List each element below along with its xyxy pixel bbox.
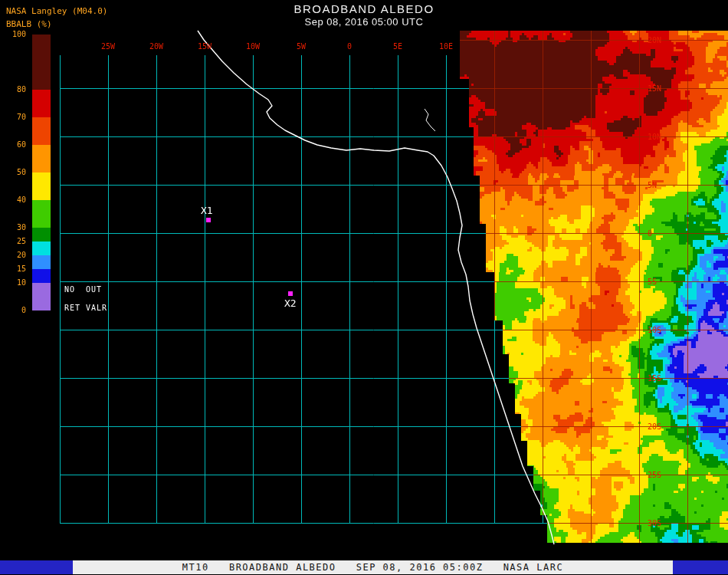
colorbar-segment [32,242,51,255]
page-subtitle: Sep 08, 2016 05:00 UTC [0,16,728,28]
footer-bar: MT10 BROADBAND ALBEDO SEP 08, 2016 05:00… [0,560,728,574]
colorbar-segment [32,90,51,117]
colorbar-segment [32,269,51,283]
colorbar-segment [32,145,51,172]
colorbar-segment [32,200,51,228]
org-label: NASA Langley (M04.0) [6,6,107,16]
page-title: BROADBAND ALBEDO [0,2,728,15]
colorbar-segment [32,228,51,242]
colorbar [32,34,51,310]
map-canvas [0,0,728,575]
colorbar-segment [32,34,51,90]
albedo-viewer: BROADBAND ALBEDO Sep 08, 2016 05:00 UTC … [0,0,728,575]
colorbar-label: BBALB (%) [6,19,52,29]
colorbar-segment [32,255,51,269]
colorbar-segment [32,117,51,145]
footer-right-block [673,560,728,574]
footer-left-block [0,560,73,574]
footer-text: MT10 BROADBAND ALBEDO SEP 08, 2016 05:00… [73,560,673,574]
colorbar-segment [32,172,51,200]
colorbar-segment [32,283,51,310]
